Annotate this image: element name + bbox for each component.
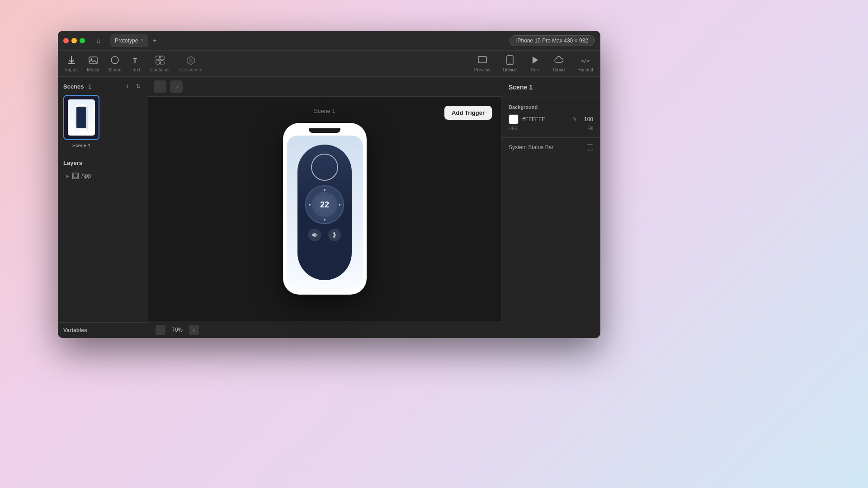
preview-tool[interactable]: Preview — [474, 55, 491, 72]
cloud-icon — [553, 55, 564, 66]
add-scene-button[interactable]: + — [123, 82, 132, 90]
media-icon — [88, 55, 99, 66]
tab-add-button[interactable]: + — [150, 36, 160, 46]
dial-number: 22 — [320, 200, 329, 210]
scenes-actions: + ⇅ — [123, 82, 142, 90]
shape-tool[interactable]: Shape — [108, 55, 122, 72]
import-label: Import — [65, 67, 78, 72]
svg-point-14 — [509, 63, 510, 64]
add-trigger-button[interactable]: Add Trigger — [444, 106, 492, 120]
scene1-thumbnail[interactable] — [63, 95, 99, 140]
handoff-tool[interactable]: </> Handoff — [577, 55, 593, 72]
zoom-value: 70% — [170, 327, 184, 333]
background-section: Background #FFFFFF ✎ 100 HEX Fill — [501, 98, 600, 138]
svg-rect-6 — [156, 56, 160, 60]
media-tool[interactable]: Media — [87, 55, 99, 72]
minimize-button[interactable] — [71, 38, 77, 43]
handoff-icon: </> — [580, 55, 591, 66]
dial-dot-bottom — [324, 219, 326, 221]
sort-scenes-button[interactable]: ⇅ — [134, 82, 142, 90]
media-label: Media — [87, 67, 99, 72]
system-status-checkbox[interactable] — [587, 144, 593, 150]
back-button[interactable]: ← — [154, 80, 166, 93]
forward-button[interactable]: → — [170, 80, 183, 93]
remote-bluetooth-button[interactable] — [328, 229, 341, 241]
plus-icon: + — [153, 37, 157, 45]
zoom-plus-icon: + — [192, 326, 196, 333]
close-button[interactable] — [63, 38, 69, 43]
background-hex-value: #FFFFFF — [522, 116, 569, 122]
run-icon — [529, 55, 540, 66]
fill-sublabel: Fill — [587, 126, 593, 131]
canvas-main[interactable]: Scene 1 Add Trigger — [148, 97, 501, 321]
device-selector[interactable]: iPhone 15 Pro Max 430 × 932 — [509, 35, 595, 46]
layers-section: Layers ▶ — [58, 154, 148, 322]
import-tool[interactable]: Import — [65, 55, 78, 72]
scenes-count: 1 — [88, 84, 91, 90]
container-icon — [155, 55, 165, 66]
text-tool[interactable]: T Text — [131, 55, 142, 72]
canvas-scene-label: Scene 1 — [314, 108, 335, 114]
zoom-in-button[interactable]: + — [189, 325, 199, 335]
remote-dial[interactable]: 22 — [305, 185, 344, 224]
layer-frame-icon — [72, 173, 79, 179]
device-label: Device — [503, 67, 517, 72]
phone-mockup: 22 — [283, 123, 367, 295]
system-status-label: System Status Bar — [509, 144, 553, 150]
tab-close-icon[interactable]: × — [141, 38, 143, 43]
run-tool[interactable]: Run — [529, 55, 540, 72]
layers-title: Layers — [63, 160, 142, 166]
svg-point-4 — [111, 56, 118, 64]
toolbar-right-group: Preview Device Run — [474, 55, 593, 72]
dial-value-display: 22 — [312, 192, 337, 217]
shape-icon — [109, 55, 120, 66]
variables-label: Variables — [63, 327, 87, 333]
hex-sublabel: HEX — [509, 126, 518, 131]
svg-rect-9 — [160, 61, 164, 64]
import-icon — [66, 55, 77, 66]
home-button[interactable]: ⌂ — [92, 34, 105, 47]
main-toolbar: Import Media Shape — [58, 51, 600, 77]
preview-icon — [477, 55, 488, 66]
background-opacity-value: 100 — [580, 116, 593, 122]
toolbar-left-group: Import Media Shape — [65, 55, 203, 72]
container-tool[interactable]: Container — [151, 55, 170, 72]
app-window: ⌂ Prototype × + iPhone 15 Pro Max 430 × … — [58, 31, 600, 338]
remote-volume-button[interactable] — [308, 229, 321, 241]
home-icon: ⌂ — [97, 37, 100, 44]
svg-point-3 — [90, 58, 92, 60]
svg-marker-15 — [533, 56, 538, 64]
traffic-lights — [63, 38, 85, 43]
container-label: Container — [151, 67, 170, 72]
zoom-out-button[interactable]: − — [156, 325, 165, 335]
back-icon: ← — [157, 83, 163, 90]
component-icon — [185, 55, 196, 66]
svg-rect-7 — [160, 56, 164, 60]
cloud-label: Cloud — [553, 67, 565, 72]
svg-rect-8 — [156, 61, 160, 64]
handoff-label: Handoff — [577, 67, 593, 72]
scenes-section: Scenes 1 + ⇅ — [58, 77, 148, 154]
cloud-tool[interactable]: Cloud — [553, 55, 565, 72]
shape-label: Shape — [108, 67, 122, 72]
tab-area: Prototype × + — [110, 34, 160, 47]
forward-icon: → — [173, 83, 179, 90]
scene-name-input[interactable] — [509, 84, 593, 91]
device-tool[interactable]: Device — [503, 55, 517, 72]
background-color-swatch[interactable] — [509, 114, 519, 124]
prototype-tab[interactable]: Prototype × — [110, 34, 148, 47]
maximize-button[interactable] — [80, 38, 85, 43]
component-tool[interactable]: Component — [179, 55, 203, 72]
app-layer-item[interactable]: ▶ App — [63, 171, 142, 181]
canvas-area: ← → Scene 1 Add Trigger — [148, 77, 501, 338]
variables-section: Variables — [58, 322, 148, 338]
edit-hex-button[interactable]: ✎ — [572, 116, 577, 122]
device-icon — [505, 55, 515, 66]
background-color-row: #FFFFFF ✎ 100 — [509, 114, 593, 124]
add-trigger-label: Add Trigger — [452, 109, 485, 116]
dial-dot-left — [309, 204, 311, 206]
remote-power-button[interactable] — [311, 154, 338, 181]
component-label: Component — [179, 67, 203, 72]
svg-line-28 — [316, 235, 317, 236]
scene-name-section — [501, 77, 600, 98]
